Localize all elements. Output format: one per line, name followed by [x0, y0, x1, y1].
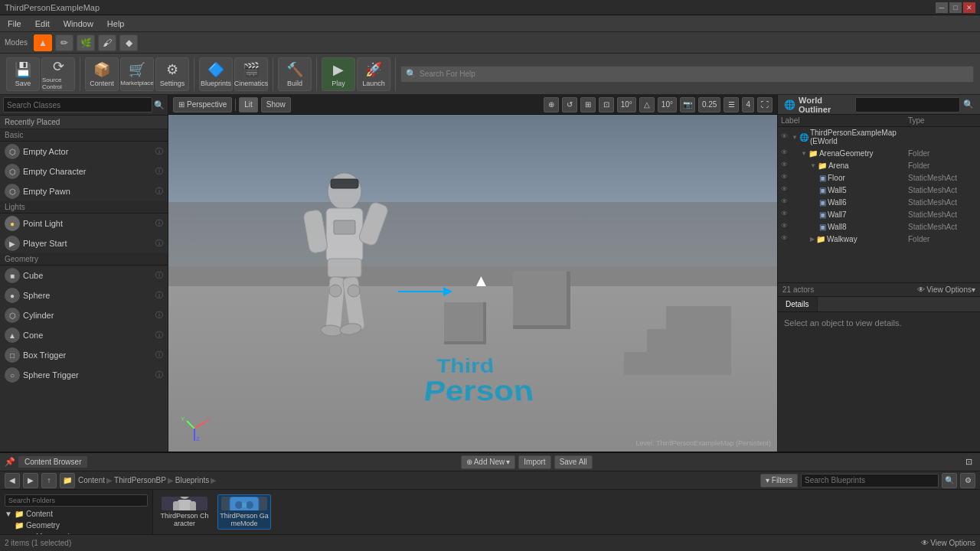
viewport-show-btn[interactable]: Show	[261, 97, 291, 112]
save-button[interactable]: 💾 Save	[6, 57, 40, 91]
outline-item-arena[interactable]: 👁 ▼ 📁 Arena Folder	[778, 159, 980, 171]
add-new-button[interactable]: ⊕ Add New ▾	[461, 455, 516, 469]
marketplace-button[interactable]: 🛒 Marketplace	[120, 57, 154, 91]
search-help-box[interactable]: 🔍 Search For Help	[400, 66, 974, 83]
launch-button[interactable]: 🚀 Launch	[357, 57, 390, 91]
cinematics-icon: 🎬	[243, 61, 260, 78]
filters-button[interactable]: ▾ Filters	[760, 474, 798, 487]
browser-search-icon-btn[interactable]: 🔍	[942, 473, 957, 488]
player-start-info: ⓘ	[155, 238, 163, 249]
viewport-scale-btn[interactable]: ⊞	[580, 97, 596, 112]
list-item-cone[interactable]: ▲ Cone ⓘ	[0, 325, 168, 345]
path-thirdpersonbp[interactable]: ThirdPersonBP	[114, 476, 166, 484]
search-folders-input[interactable]	[5, 494, 148, 507]
list-item-box-trigger[interactable]: □ Box Trigger ⓘ	[0, 345, 168, 365]
browser-view-options-btn[interactable]: 👁 View Options	[921, 539, 975, 547]
cylinder-info: ⓘ	[155, 310, 163, 321]
browser-up-btn[interactable]: ↑	[41, 473, 57, 488]
list-item-player-start[interactable]: ▶ Player Start ⓘ	[0, 233, 168, 253]
list-item-empty-character[interactable]: ⬡ Empty Character ⓘ	[0, 161, 168, 181]
list-item-cylinder[interactable]: ⬡ Cylinder ⓘ	[0, 305, 168, 325]
browser-collapse-btn[interactable]: ⊡	[965, 457, 972, 467]
sphere-icon: ●	[5, 288, 20, 303]
outline-item-wall7[interactable]: 👁 ▣ Wall7 StaticMeshAct	[778, 208, 980, 220]
player-start-label: Player Start	[23, 239, 67, 248]
browser-back-btn[interactable]: ◀	[5, 473, 20, 488]
cone-info: ⓘ	[155, 330, 163, 341]
cinematics-button[interactable]: 🎬 Cinematics	[234, 57, 268, 91]
settings-icon: ⚙	[166, 61, 178, 78]
tree-item-geometry[interactable]: 📁 Geometry	[0, 520, 152, 531]
modesbar: Modes ▲ ✏ 🌿 🖌 ◆	[0, 32, 980, 54]
outline-item-floor[interactable]: 👁 ▣ Floor StaticMeshAct	[778, 171, 980, 184]
path-content[interactable]: Content	[78, 476, 105, 484]
asset-thirdperson-gamemode[interactable]: ThirdPerson GameMode	[217, 494, 271, 530]
search-classes-input[interactable]	[3, 97, 152, 112]
list-item-empty-pawn[interactable]: ⬡ Empty Pawn ⓘ	[0, 181, 168, 201]
outliner-search-input[interactable]	[855, 97, 960, 112]
play-icon: ▶	[333, 61, 344, 78]
viewport-rotate-btn[interactable]: ↺	[562, 97, 577, 112]
cone-icon: ▲	[5, 328, 20, 343]
outline-item-world[interactable]: 👁 ▼ 🌐 ThirdPersonExampleMap (EWorld	[778, 127, 980, 147]
walkway-label: Walkway	[827, 235, 858, 243]
mode-btn-landscape[interactable]: 🌿	[77, 34, 95, 51]
tree-item-content[interactable]: ▼ 📁 Content	[0, 508, 152, 520]
asset-thirdperson-character[interactable]: ThirdPerson Character	[158, 494, 211, 530]
viewport-layer-btn[interactable]: ☰	[724, 97, 739, 112]
list-item-cube[interactable]: ■ Cube ⓘ	[0, 266, 168, 285]
build-button[interactable]: 🔨 Build	[278, 57, 312, 91]
mode-btn-paint[interactable]: ✏	[55, 34, 74, 51]
section-geometry: Geometry	[0, 253, 168, 266]
import-button[interactable]: Import	[518, 455, 550, 469]
browser-settings-icon-btn[interactable]: ⚙	[960, 473, 975, 488]
menu-help[interactable]: Help	[104, 18, 128, 30]
blueprints-button[interactable]: 🔷 Blueprints	[199, 57, 233, 91]
toolbar-blueprints-group: 🔷 Blueprints 🎬 Cinematics	[199, 57, 273, 91]
outline-item-walkway[interactable]: 👁 ▶ 📁 Walkway Folder	[778, 233, 980, 245]
list-item-empty-actor[interactable]: ⬡ Empty Actor ⓘ	[0, 142, 168, 161]
mode-btn-place[interactable]: ▲	[34, 34, 52, 51]
menu-file[interactable]: File	[5, 18, 24, 30]
viewport-perspective-btn[interactable]: ⊞ Perspective	[173, 97, 232, 112]
settings-button[interactable]: ⚙ Settings	[155, 57, 189, 91]
play-button[interactable]: ▶ Play	[322, 57, 355, 91]
list-item-sphere-trigger[interactable]: ○ Sphere Trigger ⓘ	[0, 365, 168, 385]
outline-item-areageom[interactable]: 👁 ▼ 📁 ArenaGeometry Folder	[778, 147, 980, 159]
menu-window[interactable]: Window	[60, 18, 96, 30]
view-options-button[interactable]: 👁 View Options▾	[917, 285, 975, 294]
details-tab[interactable]: Details	[778, 297, 818, 311]
outline-item-wall8[interactable]: 👁 ▣ Wall8 StaticMeshAct	[778, 220, 980, 233]
outline-item-wall6[interactable]: 👁 ▣ Wall6 StaticMeshAct	[778, 196, 980, 208]
viewport-angle-btn[interactable]: △	[639, 97, 655, 112]
mode-btn-geometry[interactable]: ◆	[119, 34, 138, 51]
path-blueprints[interactable]: Blueprints	[175, 476, 209, 484]
outline-item-wall5[interactable]: 👁 ▣ Wall5 StaticMeshAct	[778, 184, 980, 196]
source-control-button[interactable]: ⟳ Source Control	[41, 57, 75, 91]
floor-label: Floor	[828, 174, 845, 182]
mode-btn-foliage[interactable]: 🖌	[98, 34, 116, 51]
browser-forward-btn[interactable]: ▶	[23, 473, 38, 488]
save-all-button[interactable]: Save All	[554, 455, 593, 469]
floor-mesh-icon: ▣	[819, 174, 826, 182]
eye-icon-arena: 👁	[781, 161, 790, 170]
content-button[interactable]: 📦 Content	[85, 57, 119, 91]
svg-point-8	[339, 322, 362, 336]
close-button[interactable]: ✕	[963, 2, 975, 13]
list-item-sphere[interactable]: ● Sphere ⓘ	[0, 285, 168, 305]
list-item-point-light[interactable]: ● Point Light ⓘ	[0, 214, 168, 233]
viewport-snap-btn[interactable]: ⊡	[599, 97, 614, 112]
viewport[interactable]: ⊞ Perspective Lit Show ⊕ ↺ ⊞ ⊡ 10° △ 10°…	[168, 95, 777, 452]
box-trigger-info: ⓘ	[155, 350, 163, 360]
eye-icon-world: 👁	[781, 132, 790, 142]
viewport-camera-btn[interactable]: 📷	[680, 97, 695, 112]
menu-edit[interactable]: Edit	[32, 18, 53, 30]
recently-placed-header[interactable]: Recently Placed	[0, 116, 168, 129]
viewport-transform-btn[interactable]: ⊕	[544, 97, 559, 112]
browser-search-input[interactable]	[801, 474, 939, 487]
viewport-maximize-btn[interactable]: ⛶	[757, 97, 773, 112]
minimize-button[interactable]: ─	[936, 2, 948, 13]
maximize-button[interactable]: □	[949, 2, 962, 13]
viewport-lit-btn[interactable]: Lit	[239, 97, 258, 112]
content-browser-tab[interactable]: Content Browser	[18, 456, 87, 468]
